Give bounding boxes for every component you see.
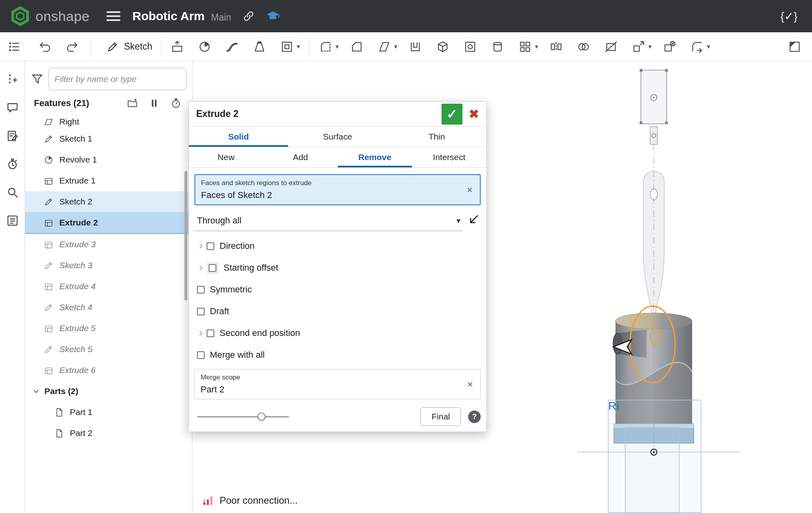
help-icon[interactable]: ?	[468, 411, 481, 423]
feature-row-sketch5[interactable]: Sketch 5	[25, 339, 192, 360]
expand-chevron-icon[interactable]	[195, 243, 207, 250]
draft-checkbox[interactable]	[197, 308, 205, 315]
hamburger-menu-icon[interactable]	[107, 11, 120, 21]
new-folder-icon[interactable]	[127, 98, 138, 109]
filter-icon[interactable]	[31, 73, 44, 86]
split-icon[interactable]	[602, 36, 620, 57]
feature-row-extrude5[interactable]: Extrude 5	[25, 318, 192, 339]
sweep-icon[interactable]	[223, 36, 241, 57]
shell-icon[interactable]	[406, 36, 425, 57]
pattern-group[interactable]: ▾	[516, 36, 538, 57]
final-button[interactable]: Final	[421, 407, 461, 426]
workspace-name[interactable]: Main	[211, 12, 231, 23]
chevron-down-icon[interactable]: ▾	[535, 43, 538, 50]
tab-solid[interactable]: Solid	[189, 127, 288, 147]
tab-intersect[interactable]: Intersect	[412, 147, 486, 167]
tab-new[interactable]: New	[189, 147, 263, 167]
boss-icon[interactable]	[488, 36, 507, 57]
second-end-position-checkbox[interactable]	[207, 329, 214, 337]
enclose-icon[interactable]	[433, 36, 452, 57]
feature-row-extrude2[interactable]: Extrude 2	[25, 212, 192, 233]
fillet-group[interactable]: ▾	[316, 36, 339, 57]
redo-icon[interactable]	[63, 36, 82, 57]
search-icon[interactable]	[0, 178, 25, 206]
tab-thin[interactable]: Thin	[387, 127, 486, 147]
sketch-plane-outlines[interactable]	[608, 400, 701, 513]
revolve-icon[interactable]	[195, 36, 214, 57]
feature-row-sketch2[interactable]: Sketch 2	[25, 191, 192, 212]
onshape-logo-icon[interactable]	[10, 6, 30, 26]
filter-input[interactable]	[48, 68, 186, 90]
chevron-down-icon[interactable]: ▾	[707, 43, 710, 50]
expand-chevron-icon[interactable]	[195, 330, 207, 337]
feature-row-sketch4[interactable]: Sketch 4	[25, 297, 192, 318]
feature-row-sketch3[interactable]: Sketch 3	[25, 255, 192, 276]
chevron-down-icon[interactable]: ▾	[648, 43, 651, 50]
undo-icon[interactable]	[36, 36, 54, 57]
direction-checkbox[interactable]	[207, 242, 214, 250]
merge-scope-field[interactable]: Merge scope Part 2 ×	[195, 369, 481, 399]
feature-row-sketch1[interactable]: Sketch 1	[25, 128, 192, 149]
modify-fillet-group[interactable]: ▾	[688, 36, 710, 57]
tab-remove[interactable]: Remove	[338, 147, 412, 167]
symmetric-checkbox[interactable]	[197, 286, 205, 294]
draft-icon[interactable]	[375, 36, 393, 57]
end-condition-select[interactable]: Through all ▾	[195, 212, 463, 231]
tab-surface[interactable]: Surface	[288, 127, 387, 147]
feature-list-icon[interactable]	[5, 36, 23, 57]
feature-row-extrude4[interactable]: Extrude 4	[25, 276, 192, 297]
tab-add[interactable]: Add	[263, 147, 337, 167]
share-link-icon[interactable]	[243, 10, 255, 22]
modify-fillet-icon[interactable]	[688, 36, 706, 57]
transform-icon[interactable]	[629, 36, 648, 57]
cancel-button[interactable]: ✖	[469, 107, 479, 121]
feature-row-right[interactable]: Right	[25, 112, 192, 128]
learning-center-icon[interactable]	[266, 9, 280, 23]
feature-row-extrude1[interactable]: Extrude 1	[25, 170, 192, 191]
slider-thumb[interactable]	[257, 413, 266, 421]
delete-part-icon[interactable]	[660, 36, 679, 57]
chevron-down-icon[interactable]: ▾	[335, 43, 339, 50]
feature-row-revolve1[interactable]: Revolve 1	[25, 149, 192, 170]
extrude-icon[interactable]	[168, 36, 186, 57]
dialog-header[interactable]: Extrude 2 ✓ ✖	[189, 102, 486, 127]
merge-with-all-checkbox[interactable]	[197, 351, 205, 359]
starting-offset-checkbox[interactable]	[209, 264, 216, 272]
chamfer-icon[interactable]	[347, 36, 366, 57]
thicken-group[interactable]: ▾	[278, 36, 300, 57]
flip-direction-icon[interactable]	[465, 213, 481, 229]
slider-track[interactable]	[197, 416, 289, 417]
section-view-icon[interactable]	[785, 36, 804, 57]
mirror-icon[interactable]	[547, 36, 565, 57]
part-row-1[interactable]: Part 1	[25, 402, 192, 423]
pause-icon[interactable]	[149, 98, 160, 109]
confirm-button[interactable]: ✓	[442, 104, 463, 125]
transform-group[interactable]: ▾	[629, 36, 651, 57]
feature-row-extrude6[interactable]: Extrude 6	[25, 360, 192, 381]
chevron-down-icon[interactable]: ▾	[394, 43, 397, 50]
part-row-2[interactable]: Part 2	[25, 423, 192, 444]
loft-icon[interactable]	[250, 36, 269, 57]
draft-group[interactable]: ▾	[375, 36, 397, 57]
clear-merge-scope-icon[interactable]: ×	[466, 379, 475, 390]
configurations-icon[interactable]	[0, 206, 25, 235]
featurescript-notices-icon[interactable]: {✓}	[781, 10, 797, 23]
faces-selection-field[interactable]: Faces and sketch regions to extrude Face…	[195, 174, 481, 205]
document-title[interactable]: Robotic Arm	[132, 9, 205, 23]
feature-list-scrollbar[interactable]	[184, 171, 187, 300]
stopwatch-icon[interactable]	[170, 98, 182, 109]
thicken-icon[interactable]	[278, 36, 296, 57]
linear-pattern-icon[interactable]	[516, 36, 534, 57]
origin-point[interactable]	[651, 449, 657, 455]
fillet-icon[interactable]	[316, 36, 335, 57]
notes-icon[interactable]	[0, 122, 25, 150]
variables-icon[interactable]	[0, 65, 25, 94]
hole-icon[interactable]	[461, 36, 479, 57]
sketch-button[interactable]: Sketch	[100, 35, 159, 58]
versions-icon[interactable]	[0, 150, 25, 178]
rollback-slider[interactable]	[197, 412, 289, 421]
parts-header[interactable]: Parts (2)	[25, 381, 192, 402]
chevron-down-icon[interactable]: ▾	[297, 43, 300, 50]
comments-icon[interactable]	[0, 94, 25, 122]
clear-selection-icon[interactable]: ×	[465, 184, 474, 196]
